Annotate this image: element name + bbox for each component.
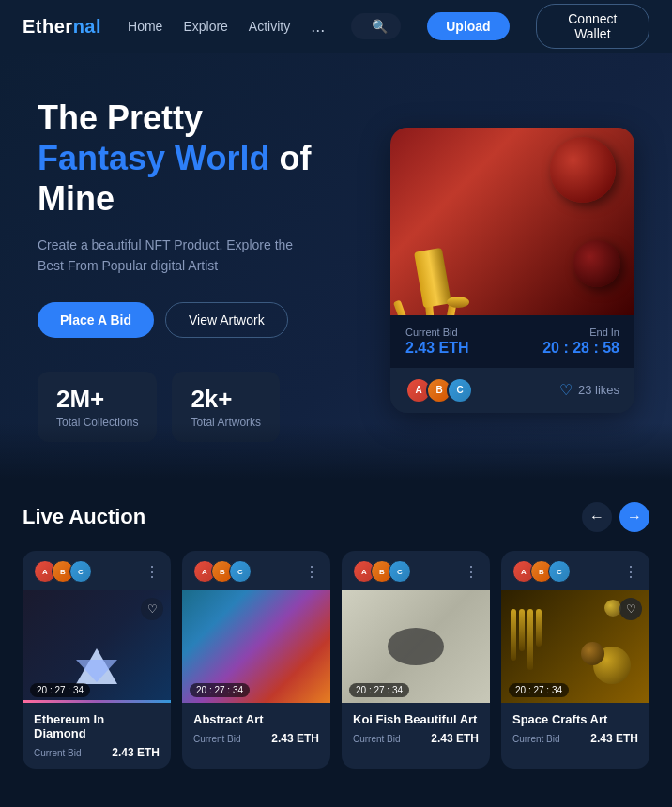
avatar-group: A B C — [405, 377, 473, 404]
card-heart-0[interactable]: ♡ — [141, 598, 163, 620]
eth-glow — [23, 700, 171, 703]
stat-artworks-number: 2k+ — [191, 385, 261, 414]
view-artwork-button[interactable]: View Artwork — [165, 302, 288, 338]
upload-button[interactable]: Upload — [427, 12, 509, 40]
card-header-2: A B C ⋮ — [342, 551, 490, 590]
place-bid-button[interactable]: Place A Bid — [38, 302, 154, 338]
space-line-1 — [511, 609, 516, 661]
card-avatar-group-3: A B C — [512, 560, 571, 583]
card-bid-label-0: Current Bid — [34, 748, 82, 758]
card-title-1: Abstract Art — [193, 712, 319, 726]
nav-explore[interactable]: Explore — [183, 19, 227, 34]
stat-artworks: 2k+ Total Artworks — [172, 372, 280, 442]
auction-card-0: A B C ⋮ 20 : 27 : 34 ♡ Ethereum In Diamo… — [23, 551, 171, 769]
connect-wallet-button[interactable]: Connect Wallet — [536, 4, 649, 49]
space-line-3 — [527, 609, 533, 670]
card-bid-row-3: Current Bid 2.43 ETH — [512, 732, 638, 745]
nav-arrows: ← → — [582, 502, 649, 532]
hero-stats: 2M+ Total Collections 2k+ Total Artworks — [38, 372, 319, 442]
card-bid-row-0: Current Bid 2.43 ETH — [34, 746, 160, 759]
search-bar: 🔍 — [351, 13, 401, 39]
card-image-1: 20 : 27 : 34 — [182, 590, 330, 703]
auction-card-1: A B C ⋮ 20 : 27 : 34 Abstract Art Curren… — [182, 551, 330, 769]
card-footer-2: Koi Fish Beautiful Art Current Bid 2.43 … — [342, 703, 490, 754]
current-bid-info: Current Bid 2.43 ETH — [405, 327, 469, 357]
likes-count: 23 likes — [578, 383, 619, 397]
art-cylinder — [414, 248, 451, 308]
koi-shape — [388, 628, 444, 665]
card-image-0: 20 : 27 : 34 ♡ — [23, 590, 171, 703]
card-title-3: Space Crafts Art — [512, 712, 638, 726]
avatar-3: C — [447, 377, 473, 404]
hero-card-image — [390, 128, 634, 315]
card-avatar-0-3: C — [69, 560, 92, 583]
card-menu-2[interactable]: ⋮ — [464, 563, 479, 581]
logo-text-part1: Ether — [23, 16, 73, 37]
card-heart-3[interactable]: ♡ — [619, 598, 642, 620]
art-shapes — [390, 128, 634, 315]
stat-collections: 2M+ Total Collections — [38, 372, 157, 442]
card-avatar-group-0: A B C — [34, 560, 92, 583]
art-stick-1 — [393, 299, 426, 315]
hero-card-info: Current Bid 2.43 ETH End In 20 : 28 : 58 — [390, 315, 634, 368]
card-menu-1[interactable]: ⋮ — [304, 563, 319, 581]
card-menu-3[interactable]: ⋮ — [623, 563, 638, 581]
card-avatar-2-3: C — [389, 560, 411, 583]
card-timer-2: 20 : 27 : 34 — [349, 683, 409, 697]
section-title: Live Auction — [23, 505, 145, 529]
card-timer-0: 20 : 27 : 34 — [30, 683, 90, 697]
space-line-2 — [519, 609, 525, 651]
hero-subtitle: Create a beautiful NFT Product. Explore … — [38, 235, 319, 277]
card-avatar-3-3: C — [548, 560, 571, 583]
card-timer-1: 20 : 27 : 34 — [190, 683, 250, 697]
hero-buttons: Place A Bid View Artwork — [38, 302, 319, 338]
card-footer-1: Abstract Art Current Bid 2.43 ETH — [182, 703, 330, 754]
card-bid-value-2: 2.43 ETH — [431, 732, 479, 745]
brand-logo[interactable]: Ethernal — [23, 16, 101, 38]
stat-artworks-label: Total Artworks — [191, 416, 261, 429]
end-in-value: 20 : 28 : 58 — [542, 340, 619, 357]
hero-title: The Pretty Fantasy World of Mine — [38, 98, 319, 220]
nav-home[interactable]: Home — [128, 19, 162, 34]
card-avatar-group-1: A B C — [193, 560, 252, 583]
card-bid-label-2: Current Bid — [353, 734, 401, 744]
auction-card-2: A B C ⋮ 20 : 27 : 34 Koi Fish Beautiful … — [342, 551, 490, 769]
like-section[interactable]: ♡ 23 likes — [559, 381, 619, 399]
art-sphere-1 — [550, 137, 616, 203]
live-auction-section: Live Auction ← → A B C ⋮ 20 : 27 : 34 ♡ — [0, 480, 672, 784]
current-bid-label: Current Bid — [405, 327, 469, 338]
card-title-2: Koi Fish Beautiful Art — [353, 712, 479, 726]
nav-more[interactable]: ... — [311, 17, 325, 37]
card-image-2: 20 : 27 : 34 — [342, 590, 490, 703]
card-footer-3: Space Crafts Art Current Bid 2.43 ETH — [501, 703, 649, 754]
next-arrow-button[interactable]: → — [619, 502, 649, 532]
heart-icon[interactable]: ♡ — [559, 381, 573, 399]
card-bid-value-0: 2.43 ETH — [112, 746, 160, 759]
logo-text-part2: nal — [73, 16, 101, 37]
end-in-label: End In — [542, 327, 619, 338]
card-footer-0: Ethereum In Diamond Current Bid 2.43 ETH — [23, 703, 171, 769]
stat-collections-label: Total Collections — [56, 416, 138, 429]
hero-content: The Pretty Fantasy World of Mine Create … — [38, 98, 319, 442]
card-header-3: A B C ⋮ — [501, 551, 649, 590]
card-bid-value-3: 2.43 ETH — [590, 732, 638, 745]
art-sphere-2 — [573, 240, 620, 287]
nav-activity[interactable]: Activity — [249, 19, 290, 34]
hero-card-footer: A B C ♡ 23 likes — [390, 368, 634, 413]
art-coin — [447, 297, 469, 308]
card-bid-label-3: Current Bid — [512, 734, 560, 744]
card-header-0: A B C ⋮ — [23, 551, 171, 590]
hero-title-of2: of — [279, 139, 311, 177]
card-avatar-group-2: A B C — [353, 560, 411, 583]
card-title-0: Ethereum In Diamond — [34, 712, 160, 740]
hero-title-highlight: Fantasy World — [38, 139, 269, 177]
prev-arrow-button[interactable]: ← — [582, 502, 612, 532]
card-bid-row-1: Current Bid 2.43 ETH — [193, 732, 319, 745]
end-in-info: End In 20 : 28 : 58 — [542, 327, 619, 357]
hero-nft-card: Current Bid 2.43 ETH End In 20 : 28 : 58… — [390, 128, 634, 413]
nav-links: Home Explore Activity ... — [128, 17, 325, 37]
card-bid-label-1: Current Bid — [193, 734, 241, 744]
card-menu-0[interactable]: ⋮ — [145, 563, 160, 581]
card-timer-3: 20 : 27 : 34 — [509, 683, 569, 697]
eth-diamond — [76, 648, 117, 684]
